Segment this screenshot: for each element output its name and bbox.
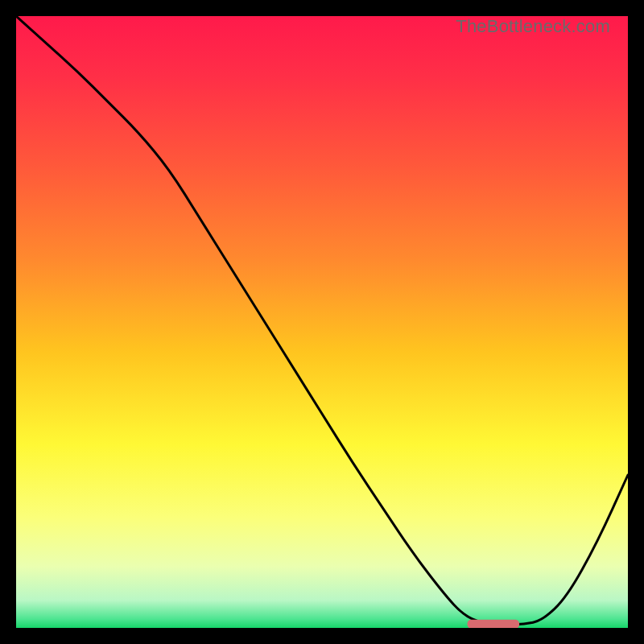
bottleneck-chart (16, 16, 628, 628)
gradient-background (16, 16, 628, 628)
optimum-marker (468, 620, 520, 628)
watermark-text: TheBottleneck.com (456, 16, 610, 37)
chart-frame: TheBottleneck.com (16, 16, 628, 628)
